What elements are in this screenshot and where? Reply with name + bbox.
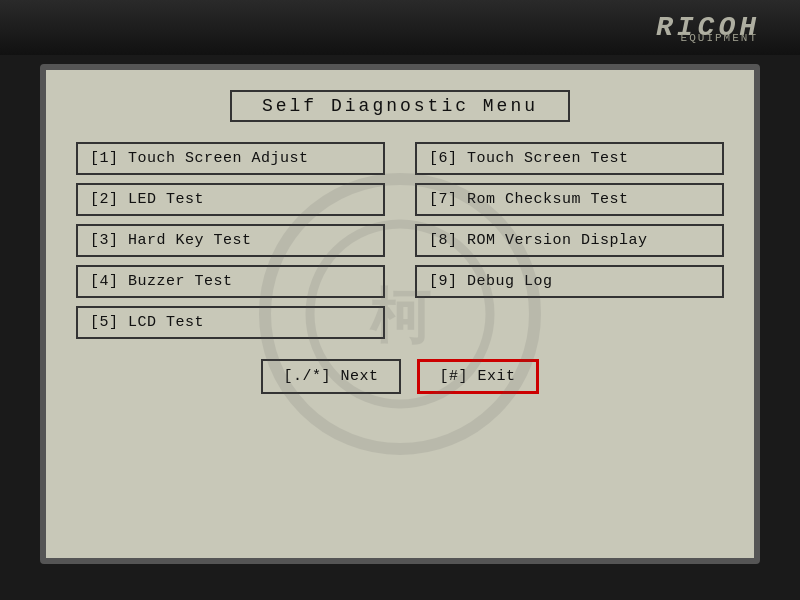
- left-column: [1] Touch Screen Adjust [2] LED Test [3]…: [76, 142, 385, 339]
- bottom-row: [./*] Next [#] Exit: [261, 359, 538, 394]
- menu-grid: [1] Touch Screen Adjust [2] LED Test [3]…: [76, 142, 724, 339]
- menu-item-8[interactable]: [8] ROM Version Display: [415, 224, 724, 257]
- screen: 柯 Self Diagnostic Menu [1] Touch Screen …: [40, 64, 760, 564]
- menu-item-3[interactable]: [3] Hard Key Test: [76, 224, 385, 257]
- menu-item-7[interactable]: [7] Rom Checksum Test: [415, 183, 724, 216]
- menu-item-5[interactable]: [5] LCD Test: [76, 306, 385, 339]
- brand-sub: EQUIPMENT: [681, 32, 758, 44]
- menu-item-1[interactable]: [1] Touch Screen Adjust: [76, 142, 385, 175]
- exit-button[interactable]: [#] Exit: [417, 359, 539, 394]
- top-bar: RICOH EQUIPMENT: [0, 0, 800, 55]
- menu-item-9[interactable]: [9] Debug Log: [415, 265, 724, 298]
- menu-item-2[interactable]: [2] LED Test: [76, 183, 385, 216]
- menu-item-4[interactable]: [4] Buzzer Test: [76, 265, 385, 298]
- page-title: Self Diagnostic Menu: [262, 96, 538, 116]
- menu-item-6[interactable]: [6] Touch Screen Test: [415, 142, 724, 175]
- next-button[interactable]: [./*] Next: [261, 359, 400, 394]
- title-box: Self Diagnostic Menu: [230, 90, 570, 122]
- right-column: [6] Touch Screen Test [7] Rom Checksum T…: [415, 142, 724, 339]
